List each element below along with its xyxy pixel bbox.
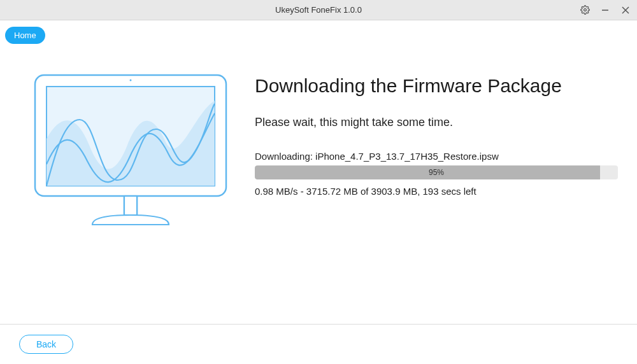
titlebar-controls: [578, 4, 632, 17]
titlebar: UkeySoft FoneFix 1.0.0: [0, 0, 637, 20]
minimize-button[interactable]: [599, 4, 612, 17]
wait-message: Please wait, this might take some time.: [255, 116, 618, 129]
page-title: Downloading the Firmware Package: [255, 75, 618, 97]
footer: Back: [0, 325, 637, 364]
download-stats: 0.98 MB/s - 3715.72 MB of 3903.9 MB, 193…: [255, 186, 618, 197]
download-panel: Downloading the Firmware Package Please …: [255, 69, 618, 234]
back-button[interactable]: Back: [19, 335, 73, 354]
svg-point-5: [130, 80, 132, 81]
svg-point-0: [583, 9, 586, 11]
downloading-file-line: Downloading: iPhone_4.7_P3_13.7_17H35_Re…: [255, 151, 618, 162]
app-title: UkeySoft FoneFix 1.0.0: [0, 5, 637, 15]
settings-icon[interactable]: [578, 4, 591, 17]
main-row: Downloading the Firmware Package Please …: [0, 20, 637, 234]
progress-percent-label: 95%: [255, 165, 618, 179]
close-button[interactable]: [619, 4, 632, 17]
home-tab[interactable]: Home: [5, 27, 45, 44]
content-area: Home Do: [0, 20, 637, 325]
progress-bar: 95%: [255, 165, 618, 179]
downloading-prefix: Downloading:: [255, 151, 315, 162]
firmware-filename: iPhone_4.7_P3_13.7_17H35_Restore.ipsw: [315, 151, 499, 162]
svg-rect-7: [124, 196, 137, 215]
monitor-illustration: [25, 69, 236, 234]
